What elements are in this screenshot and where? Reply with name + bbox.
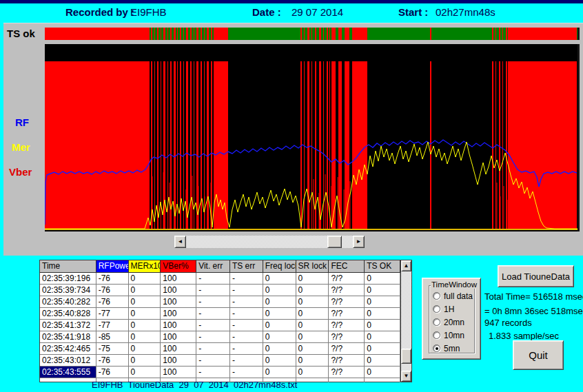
table-cell: -77: [96, 308, 129, 320]
table-row[interactable]: 02:35:40:828-770100--00?/?0: [40, 308, 400, 320]
table-cell: 100: [161, 331, 196, 343]
table-vertical-scrollbar[interactable]: ▲ ▼: [400, 260, 411, 382]
table-body: 02:35:39:196-760100--00?/?002:35:39:734-…: [40, 273, 400, 382]
table-cell: ?/?: [329, 308, 365, 320]
table-cell: 02:35:41:918: [40, 331, 96, 343]
table-row[interactable]: 02:35:39:734-760100--00?/?0: [40, 285, 400, 296]
radio-button-icon[interactable]: [433, 318, 440, 326]
scroll-down-button[interactable]: ▼: [401, 371, 411, 382]
start-label: Start :: [398, 6, 428, 18]
table-row[interactable]: 02:35:41:918-850100--00?/?0: [40, 331, 400, 343]
rf-series-label: RF: [15, 116, 29, 128]
table-cell: -: [230, 296, 263, 308]
table-row[interactable]: 02:35:40:282-760100--00?/?0: [40, 296, 400, 308]
time-window-option-20mn[interactable]: 20mn: [433, 318, 473, 327]
table-cell: 0: [129, 296, 161, 308]
table-row[interactable]: 02:35:42:465-750100--00?/?0: [40, 343, 400, 355]
table-cell: -: [196, 285, 230, 296]
table-scrollbar-thumb[interactable]: [401, 349, 411, 364]
table-cell: -76: [96, 273, 129, 285]
table-cell: 0: [365, 308, 400, 320]
total-time-text: Total Time= 516518 msec: [484, 291, 583, 302]
table-header-row: TimeRFPowerMERx10VBer%Vit. errTS errFreq…: [40, 260, 400, 273]
chart-horizontal-scrollbar[interactable]: ◄ ►: [174, 236, 365, 248]
column-header-ts-ok: TS OK: [365, 260, 400, 273]
table-row[interactable]: 02:35:39:196-760100--00?/?0: [40, 273, 400, 285]
recorded-by-label: Recorded by :: [65, 6, 134, 18]
date-label: Date :: [252, 6, 281, 18]
table-cell: 0: [365, 285, 400, 296]
table-cell: 0: [263, 355, 296, 367]
table-cell: 100: [161, 343, 196, 355]
recorded-by-value: EI9FHB: [130, 6, 167, 18]
table-cell: 0: [365, 367, 400, 378]
table-cell: 0: [129, 331, 161, 343]
table-cell: -: [196, 296, 230, 308]
table-cell: 100: [161, 296, 196, 308]
table-cell: 0: [365, 355, 400, 367]
duration-text: = 0h 8mn 36sec 518msec: [484, 306, 583, 316]
status-bar-filename: EI9FHB TiouneData 29 07 2014 02h27mn48s.…: [92, 380, 297, 390]
tioune-data-viewer: { "header": { "recorded_label": "Recorde…: [0, 0, 583, 392]
table-cell: 100: [161, 367, 196, 378]
scroll-left-button[interactable]: ◄: [174, 236, 186, 248]
table-row[interactable]: 02:35:43:012-760100--00?/?0: [40, 355, 400, 367]
column-header-merx10: MERx10: [129, 260, 161, 273]
table-cell: 0: [263, 296, 296, 308]
time-window-option-5mn[interactable]: 5mn: [433, 344, 473, 353]
load-tiounedata-button[interactable]: Load TiouneData: [498, 265, 574, 287]
ts-status-strip-graphic: [45, 28, 577, 40]
scrollbar-thumb[interactable]: [327, 236, 342, 248]
time-window-options: full data1H20mn10mn5mn: [433, 291, 473, 353]
radio-button-icon[interactable]: [433, 292, 440, 300]
table-cell: -: [196, 343, 230, 355]
date-value: 29 07 2014: [292, 6, 343, 18]
table-cell: -: [230, 331, 263, 343]
table-cell: 0: [296, 273, 329, 285]
vber-series-label: Vber: [9, 166, 32, 178]
table-cell: [365, 378, 400, 382]
table-cell: 0: [296, 367, 329, 378]
radio-button-icon[interactable]: [433, 305, 440, 313]
table-cell: -: [230, 367, 263, 378]
time-window-option-full-data[interactable]: full data: [433, 291, 473, 300]
column-header-time: Time: [40, 260, 96, 273]
scroll-up-button[interactable]: ▲: [401, 260, 411, 271]
table-cell: 0: [263, 367, 296, 378]
radio-label: 10mn: [444, 331, 464, 340]
table-cell: 0: [263, 285, 296, 296]
radio-button-icon[interactable]: [433, 344, 440, 352]
time-window-option-10mn[interactable]: 10mn: [433, 331, 473, 340]
table-cell: [329, 378, 365, 382]
scroll-right-button[interactable]: ►: [353, 236, 365, 248]
column-header-vit-err: Vit. err: [196, 260, 230, 273]
table-cell: -: [196, 320, 230, 331]
table-cell: ?/?: [329, 273, 365, 285]
table-cell: 0: [365, 343, 400, 355]
radio-label: 5mn: [444, 344, 460, 353]
table-cell: 100: [161, 355, 196, 367]
table-cell: ?/?: [329, 285, 365, 296]
table-cell: 0: [365, 296, 400, 308]
table-cell: 0: [129, 367, 161, 378]
table-cell: 0: [263, 308, 296, 320]
table-cell: -76: [96, 285, 129, 296]
quit-button[interactable]: Quit: [513, 340, 564, 370]
table-row[interactable]: 02:35:41:372-770100--00?/?0: [40, 320, 400, 331]
table-cell: -76: [96, 355, 129, 367]
table-cell: -: [230, 320, 263, 331]
table-cell: 02:35:43:555: [40, 367, 96, 378]
mer-series-label: Mer: [12, 141, 30, 153]
table-row[interactable]: 02:35:43:555-760100--00?/?0: [40, 367, 400, 378]
table-cell: -: [230, 285, 263, 296]
table-scrollbar-track[interactable]: [401, 271, 411, 371]
table-cell: 100: [161, 308, 196, 320]
table-cell: 0: [296, 331, 329, 343]
column-header-fec: FEC: [329, 260, 365, 273]
scrollbar-track[interactable]: [186, 236, 353, 248]
table-cell: 0: [129, 355, 161, 367]
time-window-option-1H[interactable]: 1H: [433, 305, 473, 313]
ts-status-strip: [45, 28, 580, 40]
radio-button-icon[interactable]: [433, 331, 440, 339]
table-cell: -: [230, 343, 263, 355]
